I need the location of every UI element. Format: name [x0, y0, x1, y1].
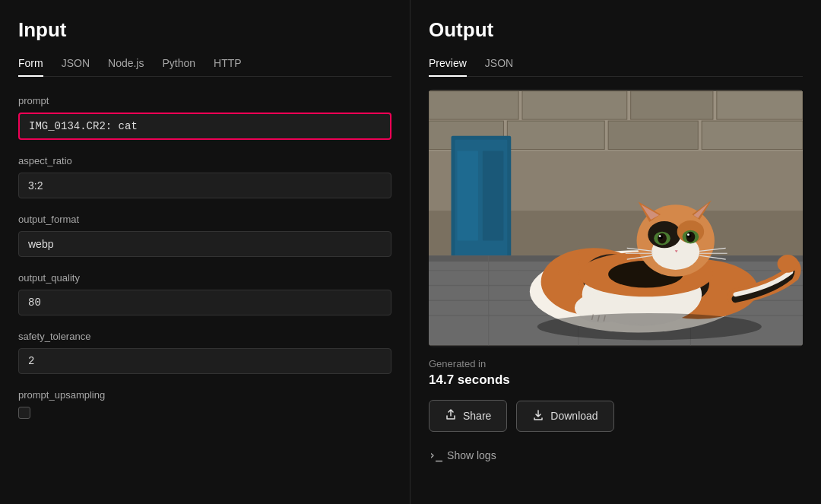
svg-rect-3	[429, 91, 518, 119]
input-title: Input	[18, 18, 391, 42]
generated-info: Generated in 14.7 seconds	[429, 358, 803, 388]
generated-time: 14.7 seconds	[429, 372, 803, 388]
aspect-ratio-select[interactable]: 3:2 1:1 16:9 4:3	[18, 173, 391, 198]
show-logs-label: Show logs	[447, 449, 496, 461]
prompt-input[interactable]	[18, 113, 391, 140]
output-quality-label: output_quality	[18, 272, 391, 284]
download-button[interactable]: Download	[516, 401, 613, 432]
svg-rect-6	[717, 91, 803, 119]
tab-python[interactable]: Python	[162, 57, 195, 77]
safety-tolerance-input[interactable]	[18, 348, 391, 374]
action-buttons: Share Download	[429, 400, 803, 432]
svg-rect-13	[457, 151, 478, 240]
generated-label: Generated in	[429, 358, 803, 369]
tab-form[interactable]: Form	[18, 57, 43, 77]
tab-preview[interactable]: Preview	[429, 57, 467, 77]
svg-rect-5	[631, 91, 713, 119]
svg-point-47	[687, 233, 689, 236]
share-icon	[445, 408, 457, 423]
safety-tolerance-field-group: safety_tolerance	[18, 331, 391, 374]
tab-json[interactable]: JSON	[62, 57, 90, 77]
right-panel: Output Preview JSON	[410, 0, 821, 504]
output-title: Output	[429, 18, 803, 42]
input-tabs: Form JSON Node.js Python HTTP	[18, 57, 391, 77]
svg-rect-8	[507, 121, 604, 149]
aspect-ratio-label: aspect_ratio	[18, 155, 391, 166]
output-image-container	[429, 89, 803, 347]
svg-point-46	[659, 235, 661, 237]
svg-rect-14	[483, 151, 504, 240]
aspect-ratio-field-group: aspect_ratio 3:2 1:1 16:9 4:3	[18, 155, 391, 198]
tab-http[interactable]: HTTP	[214, 57, 242, 77]
prompt-upsampling-field-group: prompt_upsampling	[18, 389, 391, 419]
svg-rect-4	[522, 91, 627, 119]
checkbox-wrapper	[18, 407, 391, 419]
left-panel: Input Form JSON Node.js Python HTTP prom…	[0, 0, 410, 504]
output-quality-input[interactable]	[18, 290, 391, 315]
safety-tolerance-label: safety_tolerance	[18, 331, 391, 342]
svg-point-61	[537, 313, 762, 340]
share-label: Share	[463, 410, 491, 422]
output-format-select[interactable]: webp png jpeg	[18, 231, 391, 257]
tab-nodejs[interactable]: Node.js	[108, 57, 144, 77]
output-format-label: output_format	[18, 214, 391, 225]
prompt-label: prompt	[18, 95, 391, 106]
svg-point-60	[778, 255, 799, 273]
show-logs-button[interactable]: ›_ Show logs	[429, 445, 496, 465]
prompt-field-group: prompt	[18, 95, 391, 140]
prompt-upsampling-checkbox[interactable]	[18, 407, 30, 419]
share-button[interactable]: Share	[429, 400, 507, 432]
download-icon	[532, 409, 544, 423]
tab-output-json[interactable]: JSON	[485, 57, 513, 77]
output-tabs: Preview JSON	[429, 57, 803, 77]
cat-image	[429, 89, 803, 347]
svg-rect-9	[608, 121, 698, 149]
terminal-icon: ›_	[429, 449, 442, 462]
prompt-upsampling-label: prompt_upsampling	[18, 389, 391, 401]
svg-rect-10	[702, 121, 803, 149]
output-quality-field-group: output_quality	[18, 272, 391, 315]
download-label: Download	[550, 410, 598, 422]
output-format-field-group: output_format webp png jpeg	[18, 214, 391, 257]
